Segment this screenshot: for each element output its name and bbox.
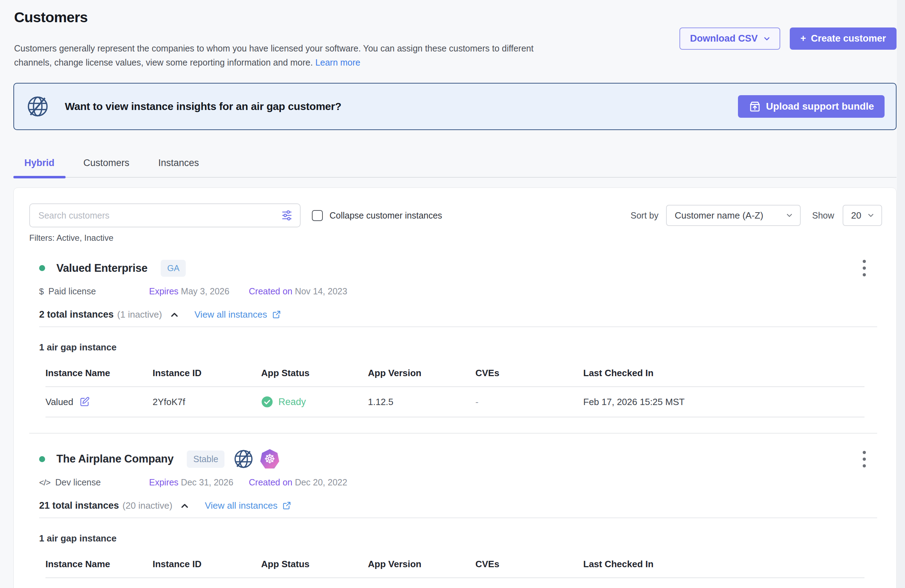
- instances-table-header: Instance Name Instance ID App Status App…: [46, 368, 864, 387]
- instances-table-header: Instance Name Instance ID App Status App…: [46, 559, 864, 578]
- expires-value: May 3, 2026: [181, 286, 229, 296]
- col-instance-name: Instance Name: [46, 368, 152, 378]
- show-count-value: 20: [851, 210, 861, 221]
- table-row: Valued 2YfoK7f Ready 1.12.5: [46, 387, 864, 417]
- sort-by-value: Customer name (A-Z): [675, 210, 763, 221]
- customer-menu-kebab-icon[interactable]: [861, 450, 867, 469]
- customer-header: Valued Enterprise GA: [39, 258, 882, 278]
- view-all-instances-label: View all instances: [195, 309, 267, 320]
- view-all-instances-link[interactable]: View all instances: [195, 309, 281, 320]
- description-line2: channels, change license values, view so…: [14, 57, 313, 67]
- created-on-value: Dec 20, 2022: [295, 477, 348, 487]
- customer-name[interactable]: Valued Enterprise: [56, 262, 147, 275]
- instances-summary-row: 21 total instances (20 inactive) View al…: [39, 500, 882, 511]
- active-status-dot: [39, 456, 45, 462]
- active-filters-text: Filters: Active, Inactive: [29, 233, 882, 243]
- sort-by-select[interactable]: Customer name (A-Z): [666, 205, 801, 226]
- collapse-instances-label: Collapse customer instances: [330, 210, 442, 221]
- airgap-globe-icon: [233, 449, 253, 469]
- page-header: Customers Customers generally represent …: [0, 0, 905, 70]
- total-instances-count: 2 total instances: [39, 309, 114, 320]
- col-app-version: App Version: [368, 559, 475, 570]
- license-type: $ Paid license: [39, 286, 149, 296]
- customers-panel: Collapse customer instances Sort by Cust…: [13, 188, 897, 588]
- customer-meta: </> Dev license Expires Dec 31, 2026 Cre…: [39, 477, 882, 488]
- last-checked-in: Feb 17, 2026 15:25 MST: [583, 397, 864, 407]
- collapse-instances-control[interactable]: Collapse customer instances: [312, 210, 442, 221]
- instances-table: Instance Name Instance ID App Status App…: [46, 368, 864, 417]
- expires-value: Dec 31, 2026: [181, 477, 233, 487]
- external-link-icon: [282, 501, 291, 510]
- app-version: 1.12.5: [368, 397, 475, 407]
- edit-icon[interactable]: [79, 396, 90, 407]
- created-field: Created on Nov 14, 2023: [249, 286, 347, 296]
- download-csv-button[interactable]: Download CSV: [680, 27, 780, 50]
- chevron-down-icon: [785, 211, 794, 219]
- expires-label: Expires: [149, 477, 178, 487]
- upload-support-bundle-label: Upload support bundle: [766, 101, 874, 112]
- external-link-icon: [272, 310, 281, 319]
- airgap-instances-heading: 1 air gap instance: [39, 342, 882, 353]
- license-type: </> Dev license: [39, 477, 149, 488]
- show-label: Show: [812, 210, 834, 221]
- show-count-select[interactable]: 20: [843, 205, 882, 226]
- instances-table: Instance Name Instance ID App Status App…: [46, 559, 864, 578]
- created-on-label: Created on: [249, 477, 292, 487]
- app-status-cell: Ready: [261, 396, 368, 408]
- col-instance-id: Instance ID: [152, 559, 261, 570]
- description-line1: Customers generally represent the compan…: [14, 43, 533, 53]
- banner-title: Want to view instance insights for an ai…: [65, 100, 341, 113]
- scrollbar-track[interactable]: [897, 0, 905, 588]
- created-on-value: Nov 14, 2023: [295, 286, 348, 296]
- page-title: Customers: [14, 9, 897, 26]
- customer-card-valued-enterprise: Valued Enterprise GA $ Paid license Expi…: [29, 258, 882, 417]
- total-instances-count: 21 total instances: [39, 500, 119, 511]
- airgap-globe-icon: [27, 95, 49, 118]
- expires-field: Expires May 3, 2026: [149, 286, 249, 296]
- filter-sliders-icon[interactable]: [280, 209, 294, 222]
- collapse-chevron-up-icon[interactable]: [179, 501, 190, 511]
- download-csv-label: Download CSV: [690, 33, 758, 44]
- instance-name: Valued: [46, 397, 73, 407]
- create-customer-button[interactable]: + Create customer: [790, 27, 897, 50]
- collapse-instances-checkbox[interactable]: [312, 210, 323, 221]
- active-status-dot: [39, 265, 45, 271]
- col-last-checked-in: Last Checked In: [583, 368, 864, 378]
- license-type-label: Paid license: [48, 286, 96, 296]
- search-input[interactable]: [29, 203, 301, 227]
- col-app-status: App Status: [261, 559, 368, 570]
- tab-bar: Hybrid Customers Instances: [13, 153, 897, 178]
- tab-instances[interactable]: Instances: [147, 153, 210, 177]
- col-instance-id: Instance ID: [152, 368, 261, 378]
- paid-license-icon: $: [39, 287, 43, 296]
- collapse-chevron-up-icon[interactable]: [169, 310, 180, 320]
- chevron-down-icon: [867, 211, 875, 219]
- learn-more-link[interactable]: Learn more: [315, 57, 360, 67]
- toolbar: Collapse customer instances Sort by Cust…: [29, 203, 882, 227]
- col-cves: CVEs: [475, 559, 583, 570]
- tab-hybrid[interactable]: Hybrid: [13, 153, 65, 177]
- kubernetes-icon: [260, 449, 279, 469]
- customer-header: The Airplane Company Stable: [39, 449, 882, 469]
- check-circle-icon: [261, 396, 273, 408]
- chevron-down-icon: [763, 35, 771, 43]
- search-box: [29, 203, 301, 227]
- channel-badge: GA: [161, 260, 186, 277]
- customer-name[interactable]: The Airplane Company: [56, 453, 173, 465]
- customer-menu-kebab-icon[interactable]: [861, 258, 867, 278]
- license-type-label: Dev license: [56, 477, 101, 488]
- upload-icon: [749, 100, 761, 113]
- view-all-instances-link[interactable]: View all instances: [205, 500, 291, 511]
- upload-support-bundle-button[interactable]: Upload support bundle: [738, 95, 884, 118]
- inactive-instances-count: (20 inactive): [123, 500, 173, 511]
- customer-type-icons: [233, 449, 279, 469]
- col-app-status: App Status: [261, 368, 368, 378]
- tab-customers[interactable]: Customers: [73, 153, 141, 177]
- create-customer-label: Create customer: [811, 33, 886, 44]
- customer-card-airplane-company: The Airplane Company Stable </> Dev lic: [29, 449, 882, 578]
- sort-controls: Sort by Customer name (A-Z) Show 20: [630, 205, 882, 226]
- instances-summary-row: 2 total instances (1 inactive) View all …: [39, 309, 882, 320]
- plus-icon: +: [800, 33, 806, 44]
- created-on-label: Created on: [249, 286, 292, 296]
- customer-separator: [29, 433, 877, 434]
